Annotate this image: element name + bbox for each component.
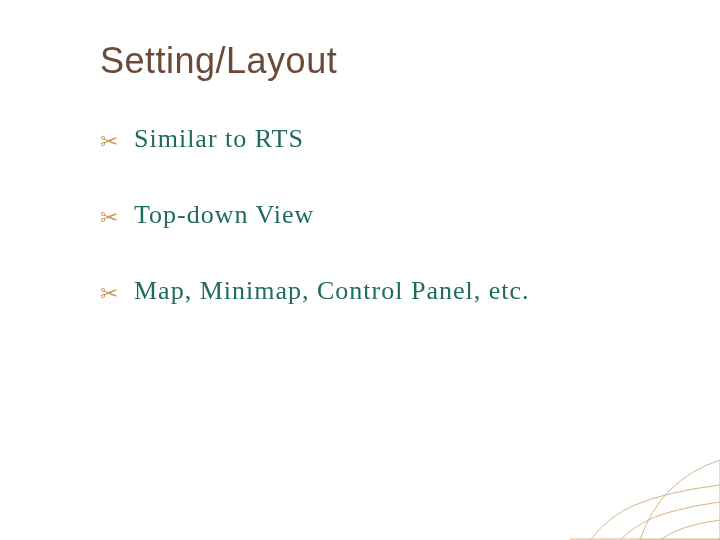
bullet-text: Map, Minimap, Control Panel, etc. (134, 276, 530, 305)
bullet-text: Similar to RTS (134, 124, 304, 153)
bullet-item: ✂ Similar to RTS (100, 122, 670, 156)
slide-title: Setting/Layout (100, 40, 670, 82)
bullet-list: ✂ Similar to RTS ✂ Top-down View ✂ Map, … (100, 122, 670, 307)
bullet-text: Top-down View (134, 200, 314, 229)
scissors-icon: ✂ (100, 280, 119, 309)
slide-container: Setting/Layout ✂ Similar to RTS ✂ Top-do… (0, 0, 720, 540)
scissors-icon: ✂ (100, 204, 119, 233)
bullet-item: ✂ Top-down View (100, 198, 670, 232)
bullet-item: ✂ Map, Minimap, Control Panel, etc. (100, 274, 670, 308)
corner-decoration (570, 420, 720, 540)
scissors-icon: ✂ (100, 128, 119, 157)
